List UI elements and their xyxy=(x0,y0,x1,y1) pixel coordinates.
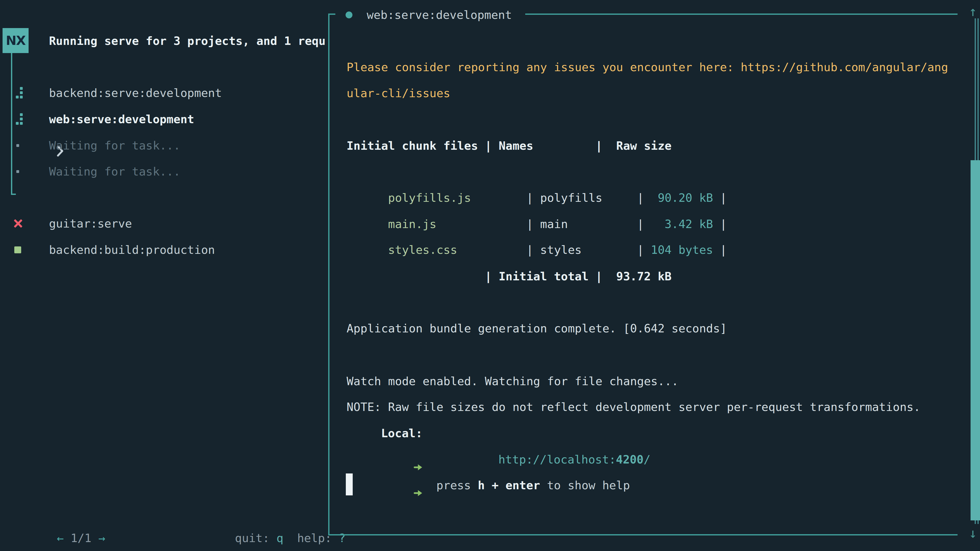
spinner-icon xyxy=(16,87,24,99)
nx-logo: NX xyxy=(3,28,29,53)
help-hint-line: press h + enter to show help xyxy=(347,446,934,472)
task-label: web:serve:development xyxy=(49,106,194,132)
chunk-table-row: styles.css | styles | 104 bytes | xyxy=(347,210,727,237)
task-list-panel: NX Running serve for 3 projects, and 1 r… xyxy=(0,0,328,551)
keybar: quit: q help: ? xyxy=(193,499,345,525)
local-label: Local: xyxy=(381,420,423,446)
scrollbar-thumb[interactable] xyxy=(970,160,980,520)
chunk-file: styles.css xyxy=(388,243,457,257)
note-line: NOTE: Raw file sizes do not reflect deve… xyxy=(347,394,921,420)
watch-mode-line: Watch mode enabled. Watching for file ch… xyxy=(347,368,678,394)
task-list-title: Running serve for 3 projects, and 1 requ xyxy=(49,28,326,54)
help-hint-pre: press xyxy=(436,478,478,492)
notice-line-1: Please consider reporting any issues you… xyxy=(347,54,948,80)
pagination: ← 1/1 → xyxy=(15,499,105,525)
chunk-name: | styles | xyxy=(457,243,644,257)
task-row-web-serve[interactable]: web:serve:development xyxy=(0,106,327,132)
output-panel-title: web:serve:development xyxy=(367,2,512,28)
task-row-backend-build[interactable]: backend:build:production xyxy=(0,237,327,263)
quit-key: q xyxy=(277,531,283,545)
task-row-guitar-serve[interactable]: guitar:serve xyxy=(0,210,327,237)
failed-x-icon xyxy=(13,219,22,228)
bundle-complete-line: Application bundle generation complete. … xyxy=(347,315,727,341)
quit-label: quit: xyxy=(235,531,277,545)
page-indicator: 1/1 xyxy=(64,531,98,545)
terminal-cursor xyxy=(346,473,353,495)
task-label: backend:build:production xyxy=(49,237,215,263)
task-label: backend:serve:development xyxy=(49,80,222,106)
scroll-down-arrow-icon[interactable]: ↓ xyxy=(966,520,980,546)
terminal-screen: NX Running serve for 3 projects, and 1 r… xyxy=(0,0,980,551)
task-label: Waiting for task... xyxy=(49,159,180,185)
help-hint-text: press h + enter to show help xyxy=(381,446,630,525)
pending-dot-icon xyxy=(16,144,19,147)
local-url-line: Local: http://localhost:4200/ xyxy=(347,420,934,446)
page-next-arrow-icon[interactable]: → xyxy=(98,531,105,545)
panel-border-bottom xyxy=(328,534,958,535)
chunk-table-header: Initial chunk files | Names | Raw size xyxy=(347,133,671,159)
help-hint-post: to show help xyxy=(540,478,630,492)
chunk-size: 104 bytes xyxy=(644,243,713,257)
chunk-table-row: polyfills.js | polyfills | 90.20 kB | xyxy=(347,159,727,185)
task-row-waiting-1[interactable]: Waiting for task... xyxy=(0,132,327,159)
success-square-icon xyxy=(14,246,21,253)
keybar-spacer xyxy=(283,531,297,545)
nx-logo-text: NX xyxy=(6,33,25,48)
panel-border-top xyxy=(525,14,958,15)
running-status-dot-icon xyxy=(345,11,352,18)
pending-dot-icon xyxy=(16,170,19,173)
task-label: Waiting for task... xyxy=(49,132,180,159)
task-row-backend-serve[interactable]: backend:serve:development xyxy=(0,80,327,106)
page-prev-arrow-icon[interactable]: ← xyxy=(57,531,64,545)
help-hint-keys: h + enter xyxy=(478,478,540,492)
task-label: guitar:serve xyxy=(49,210,132,237)
notice-line-2: ular-cli/issues xyxy=(347,80,450,106)
spinner-icon xyxy=(16,113,24,125)
task-row-waiting-2[interactable]: Waiting for task... xyxy=(0,159,327,185)
panel-border-top-stub xyxy=(328,14,335,15)
chunk-row-tail: | xyxy=(713,243,727,257)
output-panel: web:serve:development Please consider re… xyxy=(328,0,980,551)
chunk-table-row: main.js | main | 3.42 kB | xyxy=(347,185,727,211)
panel-border-left xyxy=(328,14,329,535)
initial-total-row: | Initial total | 93.72 kB xyxy=(347,263,671,289)
